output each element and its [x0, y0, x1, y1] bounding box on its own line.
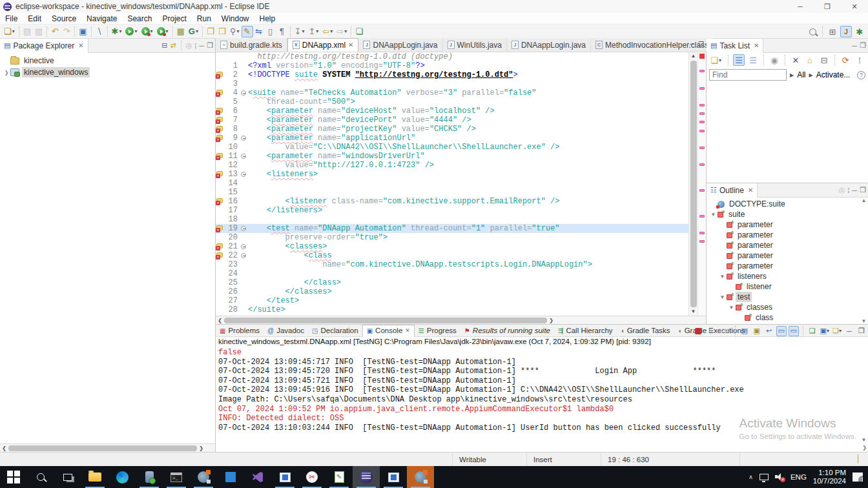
code-line[interactable]: 10 value="C:\\DNA42\\OSI\\ShellLauncher\… [216, 143, 688, 152]
annotation-mark[interactable] [699, 121, 705, 123]
word-wrap-icon[interactable]: ↩ [764, 326, 774, 336]
outline-item-listener[interactable]: listener [707, 281, 868, 292]
fold-minus-icon[interactable] [241, 253, 246, 258]
profile-icon[interactable]: ▾ [155, 26, 170, 37]
go-home-icon[interactable]: ⌂ [804, 54, 816, 66]
view-tab-results-of-running-suite[interactable]: ⚑Results of running suite [460, 325, 554, 337]
annotation-mark[interactable] [699, 87, 705, 90]
sync-icon[interactable]: ⟳ [840, 54, 851, 66]
maximize-view-icon[interactable]: ❐ [207, 41, 213, 50]
taskbar-appium[interactable] [190, 466, 217, 488]
prev-annotation-icon[interactable]: ↥▾ [306, 26, 320, 37]
code-line[interactable]: 16 <listener class-name="com.kinective.s… [216, 197, 688, 206]
view-tab-progress[interactable]: ☰Progress [415, 325, 460, 337]
taskbar-vscode[interactable] [217, 466, 244, 488]
console-output[interactable]: false07-Oct-2024 13:09:45:717 INFO [Test… [216, 347, 868, 452]
minimize-view-icon[interactable]: ─ [844, 326, 854, 336]
code-line[interactable]: 27 </test> [216, 296, 688, 305]
menu-file[interactable]: File [0, 14, 23, 24]
code-line[interactable]: 21 <classes> [216, 242, 688, 251]
view-tab-problems[interactable]: ▦Problems [216, 325, 264, 337]
terminate-icon[interactable] [693, 326, 703, 336]
debug-perspective-icon[interactable]: ✱ [854, 26, 865, 37]
search-flashlight-icon[interactable]: ⚲▾ [228, 26, 242, 37]
taskbar-snipping-tool[interactable]: ✂ [298, 466, 326, 488]
outline-item-parameter[interactable]: parameter [707, 261, 868, 271]
outline-item-classes[interactable]: ▼classes [707, 302, 868, 312]
editor-vscrollbar[interactable]: ▲▼ [688, 52, 698, 316]
network-icon[interactable] [760, 474, 769, 480]
group-by-category-icon[interactable]: ☰ [733, 54, 745, 66]
overview-ruler[interactable] [698, 52, 706, 316]
save-icon[interactable]: ▤ [21, 26, 33, 37]
open-perspective-icon[interactable]: ⊞ [827, 26, 838, 37]
activate-button[interactable]: Activate... [816, 70, 851, 79]
remove-all-launches-icon[interactable]: ✕✕ [718, 326, 730, 336]
annotation-mark[interactable] [699, 189, 705, 192]
coverage-icon[interactable]: ▦ [175, 26, 187, 37]
tree-item-kinective_windows[interactable]: ❯kinective_windows [0, 66, 215, 78]
code-line[interactable]: 26 </classes> [216, 287, 688, 296]
open-console-view-icon[interactable]: ▣ [77, 26, 88, 37]
code-line[interactable]: 4<suite name="TeChecks Automation" verbo… [216, 88, 688, 97]
fold-minus-icon[interactable] [241, 136, 246, 141]
code-line[interactable]: 24 [216, 269, 688, 278]
maximize-editor-icon[interactable]: ❐ [698, 41, 704, 48]
annotation-mark[interactable] [699, 104, 705, 107]
editor-hscrollbar[interactable]: ❮❯ [216, 316, 706, 324]
taskbar-blue-app[interactable] [271, 466, 298, 488]
scheduled-icon[interactable]: ◉ [769, 54, 780, 66]
maximize-view-icon[interactable]: ❐ [860, 41, 866, 50]
mark-occurrences-icon[interactable]: ∖ [94, 26, 105, 37]
taskbar-file-explorer[interactable] [81, 466, 108, 488]
next-annotation-icon[interactable]: ↧▾ [293, 26, 307, 37]
code-line[interactable]: 5 thread-count="500"> [216, 97, 688, 107]
menu-project[interactable]: Project [157, 14, 191, 24]
taskbar-eclipse[interactable] [353, 466, 380, 488]
code-line[interactable]: 14 [216, 179, 688, 188]
outline-item-parameter[interactable]: parameter [707, 240, 868, 250]
editor-tab-DNAapp.xml[interactable]: XDNAapp.xml✕ [287, 38, 359, 52]
open-new-window-icon[interactable]: ❏ [353, 26, 365, 37]
code-line[interactable]: 7 <parameter name="devicePort" value="44… [216, 116, 688, 125]
taskbar-start[interactable] [0, 466, 27, 488]
view-tab-javadoc[interactable]: @Javadoc [264, 325, 308, 337]
minimize-view-icon[interactable]: ─ [199, 42, 204, 50]
focus-icon[interactable]: ◎ [839, 186, 845, 194]
outline-item-listeners[interactable]: ▼listeners [707, 271, 868, 281]
run-last-icon[interactable]: ▾ [140, 26, 155, 37]
fold-minus-icon[interactable] [241, 90, 246, 96]
menu-help[interactable]: Help [254, 14, 281, 24]
tab-task-list[interactable]: ▤ Task List ✕ [707, 39, 763, 53]
collapse-icon[interactable]: ⊟ [818, 54, 830, 66]
code-line[interactable]: 23 name="com.kinective.DNAapp.testscript… [216, 260, 688, 269]
editor-tab-DNAappLogin.java[interactable]: JDNAappLogin.java [358, 38, 442, 52]
menu-search[interactable]: Search [122, 14, 157, 24]
tab-package-explorer[interactable]: ▤ Package Explorer ✕ [0, 39, 88, 53]
taskbar-edge[interactable] [108, 466, 136, 488]
chevron-down-icon[interactable]: ▼ [718, 294, 727, 300]
editor-tab-build.gradle.kts[interactable]: ≡build.gradle.kts [216, 38, 287, 52]
code-line[interactable]: 22 <class [216, 251, 688, 260]
minimize-button[interactable]: ─ [787, 0, 814, 13]
chevron-down-icon[interactable]: ▼ [709, 212, 718, 218]
view-tab-call-hierarchy[interactable]: ⇶Call Hierarchy [554, 325, 617, 337]
minimize-editor-icon[interactable]: ─ [690, 41, 694, 48]
run-icon[interactable]: ▾ [123, 26, 139, 37]
debug-icon[interactable]: ✱▾ [110, 26, 124, 37]
annotation-mark[interactable] [699, 163, 705, 166]
code-line[interactable]: 20 preserve-order="true"> [216, 233, 688, 242]
open-console-icon[interactable]: ❏ [807, 326, 818, 336]
undo-icon[interactable]: ↶ [49, 26, 61, 37]
help-icon[interactable]: ? [857, 71, 865, 79]
code-line[interactable]: 1<?xml version="1.0" encoding="UTF-8"?> [216, 61, 688, 70]
menu-window[interactable]: Window [216, 14, 254, 24]
taskbar-command-prompt[interactable]: >_ [163, 466, 190, 488]
view-tab-gradle-tasks[interactable]: ◖Gradle Tasks [617, 325, 674, 337]
tree-item-kinective[interactable]: kinective [0, 55, 215, 66]
code-line[interactable]: 8 <parameter name="projectKey" value="CH… [216, 125, 688, 134]
new-console-icon[interactable]: ❏▾ [832, 326, 842, 336]
language-indicator[interactable]: ENG [790, 473, 807, 481]
close-icon[interactable]: ✕ [348, 41, 353, 48]
open-resource-icon[interactable]: ❒ [216, 26, 228, 37]
